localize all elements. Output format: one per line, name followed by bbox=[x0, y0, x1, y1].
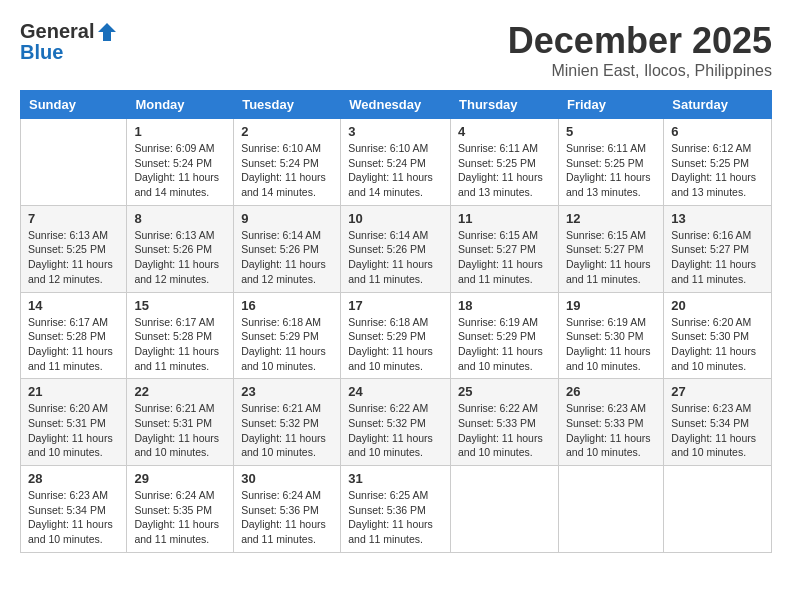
weekday-header-wednesday: Wednesday bbox=[341, 91, 451, 119]
weekday-header-monday: Monday bbox=[127, 91, 234, 119]
day-info: Sunrise: 6:19 AMSunset: 5:29 PMDaylight:… bbox=[458, 315, 551, 374]
month-title: December 2025 bbox=[508, 20, 772, 62]
calendar-cell: 28Sunrise: 6:23 AMSunset: 5:34 PMDayligh… bbox=[21, 466, 127, 553]
day-number: 3 bbox=[348, 124, 443, 139]
calendar-table: SundayMondayTuesdayWednesdayThursdayFrid… bbox=[20, 90, 772, 553]
calendar-cell bbox=[451, 466, 559, 553]
day-info: Sunrise: 6:21 AMSunset: 5:32 PMDaylight:… bbox=[241, 401, 333, 460]
day-info: Sunrise: 6:24 AMSunset: 5:36 PMDaylight:… bbox=[241, 488, 333, 547]
weekday-header-friday: Friday bbox=[558, 91, 663, 119]
day-number: 21 bbox=[28, 384, 119, 399]
calendar-cell: 3Sunrise: 6:10 AMSunset: 5:24 PMDaylight… bbox=[341, 119, 451, 206]
calendar-cell: 2Sunrise: 6:10 AMSunset: 5:24 PMDaylight… bbox=[234, 119, 341, 206]
day-number: 19 bbox=[566, 298, 656, 313]
day-number: 12 bbox=[566, 211, 656, 226]
calendar-cell: 14Sunrise: 6:17 AMSunset: 5:28 PMDayligh… bbox=[21, 292, 127, 379]
day-number: 29 bbox=[134, 471, 226, 486]
svg-marker-0 bbox=[98, 23, 116, 41]
day-info: Sunrise: 6:14 AMSunset: 5:26 PMDaylight:… bbox=[241, 228, 333, 287]
calendar-cell: 8Sunrise: 6:13 AMSunset: 5:26 PMDaylight… bbox=[127, 205, 234, 292]
day-number: 11 bbox=[458, 211, 551, 226]
day-number: 26 bbox=[566, 384, 656, 399]
day-info: Sunrise: 6:25 AMSunset: 5:36 PMDaylight:… bbox=[348, 488, 443, 547]
calendar-cell: 23Sunrise: 6:21 AMSunset: 5:32 PMDayligh… bbox=[234, 379, 341, 466]
day-info: Sunrise: 6:20 AMSunset: 5:30 PMDaylight:… bbox=[671, 315, 764, 374]
calendar-cell: 15Sunrise: 6:17 AMSunset: 5:28 PMDayligh… bbox=[127, 292, 234, 379]
day-info: Sunrise: 6:16 AMSunset: 5:27 PMDaylight:… bbox=[671, 228, 764, 287]
day-info: Sunrise: 6:19 AMSunset: 5:30 PMDaylight:… bbox=[566, 315, 656, 374]
day-info: Sunrise: 6:15 AMSunset: 5:27 PMDaylight:… bbox=[566, 228, 656, 287]
day-info: Sunrise: 6:12 AMSunset: 5:25 PMDaylight:… bbox=[671, 141, 764, 200]
calendar-cell: 20Sunrise: 6:20 AMSunset: 5:30 PMDayligh… bbox=[664, 292, 772, 379]
calendar-cell: 12Sunrise: 6:15 AMSunset: 5:27 PMDayligh… bbox=[558, 205, 663, 292]
day-number: 5 bbox=[566, 124, 656, 139]
calendar-week-4: 21Sunrise: 6:20 AMSunset: 5:31 PMDayligh… bbox=[21, 379, 772, 466]
calendar-cell: 25Sunrise: 6:22 AMSunset: 5:33 PMDayligh… bbox=[451, 379, 559, 466]
day-number: 30 bbox=[241, 471, 333, 486]
calendar-week-3: 14Sunrise: 6:17 AMSunset: 5:28 PMDayligh… bbox=[21, 292, 772, 379]
calendar-cell: 24Sunrise: 6:22 AMSunset: 5:32 PMDayligh… bbox=[341, 379, 451, 466]
calendar-cell: 22Sunrise: 6:21 AMSunset: 5:31 PMDayligh… bbox=[127, 379, 234, 466]
day-info: Sunrise: 6:22 AMSunset: 5:32 PMDaylight:… bbox=[348, 401, 443, 460]
calendar-cell: 9Sunrise: 6:14 AMSunset: 5:26 PMDaylight… bbox=[234, 205, 341, 292]
day-info: Sunrise: 6:14 AMSunset: 5:26 PMDaylight:… bbox=[348, 228, 443, 287]
calendar-cell: 19Sunrise: 6:19 AMSunset: 5:30 PMDayligh… bbox=[558, 292, 663, 379]
calendar-cell: 4Sunrise: 6:11 AMSunset: 5:25 PMDaylight… bbox=[451, 119, 559, 206]
day-info: Sunrise: 6:17 AMSunset: 5:28 PMDaylight:… bbox=[134, 315, 226, 374]
logo-blue-text: Blue bbox=[20, 41, 63, 64]
day-info: Sunrise: 6:23 AMSunset: 5:34 PMDaylight:… bbox=[28, 488, 119, 547]
calendar-cell: 11Sunrise: 6:15 AMSunset: 5:27 PMDayligh… bbox=[451, 205, 559, 292]
day-number: 4 bbox=[458, 124, 551, 139]
day-info: Sunrise: 6:23 AMSunset: 5:34 PMDaylight:… bbox=[671, 401, 764, 460]
title-section: December 2025 Minien East, Ilocos, Phili… bbox=[508, 20, 772, 80]
day-info: Sunrise: 6:11 AMSunset: 5:25 PMDaylight:… bbox=[458, 141, 551, 200]
day-info: Sunrise: 6:15 AMSunset: 5:27 PMDaylight:… bbox=[458, 228, 551, 287]
calendar-cell: 27Sunrise: 6:23 AMSunset: 5:34 PMDayligh… bbox=[664, 379, 772, 466]
day-info: Sunrise: 6:20 AMSunset: 5:31 PMDaylight:… bbox=[28, 401, 119, 460]
calendar-cell: 1Sunrise: 6:09 AMSunset: 5:24 PMDaylight… bbox=[127, 119, 234, 206]
calendar-cell: 17Sunrise: 6:18 AMSunset: 5:29 PMDayligh… bbox=[341, 292, 451, 379]
day-info: Sunrise: 6:21 AMSunset: 5:31 PMDaylight:… bbox=[134, 401, 226, 460]
day-number: 24 bbox=[348, 384, 443, 399]
day-info: Sunrise: 6:18 AMSunset: 5:29 PMDaylight:… bbox=[241, 315, 333, 374]
day-number: 25 bbox=[458, 384, 551, 399]
weekday-header-tuesday: Tuesday bbox=[234, 91, 341, 119]
day-number: 22 bbox=[134, 384, 226, 399]
calendar-week-1: 1Sunrise: 6:09 AMSunset: 5:24 PMDaylight… bbox=[21, 119, 772, 206]
day-info: Sunrise: 6:18 AMSunset: 5:29 PMDaylight:… bbox=[348, 315, 443, 374]
calendar-cell: 29Sunrise: 6:24 AMSunset: 5:35 PMDayligh… bbox=[127, 466, 234, 553]
day-number: 1 bbox=[134, 124, 226, 139]
day-number: 16 bbox=[241, 298, 333, 313]
day-number: 14 bbox=[28, 298, 119, 313]
day-number: 9 bbox=[241, 211, 333, 226]
day-number: 23 bbox=[241, 384, 333, 399]
page-header: General Blue December 2025 Minien East, … bbox=[20, 20, 772, 80]
calendar-cell: 18Sunrise: 6:19 AMSunset: 5:29 PMDayligh… bbox=[451, 292, 559, 379]
calendar-cell: 13Sunrise: 6:16 AMSunset: 5:27 PMDayligh… bbox=[664, 205, 772, 292]
weekday-header-sunday: Sunday bbox=[21, 91, 127, 119]
weekday-header-thursday: Thursday bbox=[451, 91, 559, 119]
calendar-cell: 26Sunrise: 6:23 AMSunset: 5:33 PMDayligh… bbox=[558, 379, 663, 466]
day-number: 6 bbox=[671, 124, 764, 139]
day-number: 20 bbox=[671, 298, 764, 313]
location-text: Minien East, Ilocos, Philippines bbox=[508, 62, 772, 80]
calendar-week-2: 7Sunrise: 6:13 AMSunset: 5:25 PMDaylight… bbox=[21, 205, 772, 292]
day-info: Sunrise: 6:23 AMSunset: 5:33 PMDaylight:… bbox=[566, 401, 656, 460]
calendar-cell: 21Sunrise: 6:20 AMSunset: 5:31 PMDayligh… bbox=[21, 379, 127, 466]
calendar-cell: 31Sunrise: 6:25 AMSunset: 5:36 PMDayligh… bbox=[341, 466, 451, 553]
calendar-cell: 16Sunrise: 6:18 AMSunset: 5:29 PMDayligh… bbox=[234, 292, 341, 379]
calendar-cell: 10Sunrise: 6:14 AMSunset: 5:26 PMDayligh… bbox=[341, 205, 451, 292]
day-number: 13 bbox=[671, 211, 764, 226]
day-number: 27 bbox=[671, 384, 764, 399]
calendar-cell bbox=[558, 466, 663, 553]
day-info: Sunrise: 6:11 AMSunset: 5:25 PMDaylight:… bbox=[566, 141, 656, 200]
logo-general-text: General bbox=[20, 20, 94, 43]
weekday-header-saturday: Saturday bbox=[664, 91, 772, 119]
day-number: 15 bbox=[134, 298, 226, 313]
day-info: Sunrise: 6:09 AMSunset: 5:24 PMDaylight:… bbox=[134, 141, 226, 200]
calendar-week-5: 28Sunrise: 6:23 AMSunset: 5:34 PMDayligh… bbox=[21, 466, 772, 553]
day-info: Sunrise: 6:10 AMSunset: 5:24 PMDaylight:… bbox=[241, 141, 333, 200]
day-info: Sunrise: 6:22 AMSunset: 5:33 PMDaylight:… bbox=[458, 401, 551, 460]
day-number: 2 bbox=[241, 124, 333, 139]
calendar-cell: 30Sunrise: 6:24 AMSunset: 5:36 PMDayligh… bbox=[234, 466, 341, 553]
